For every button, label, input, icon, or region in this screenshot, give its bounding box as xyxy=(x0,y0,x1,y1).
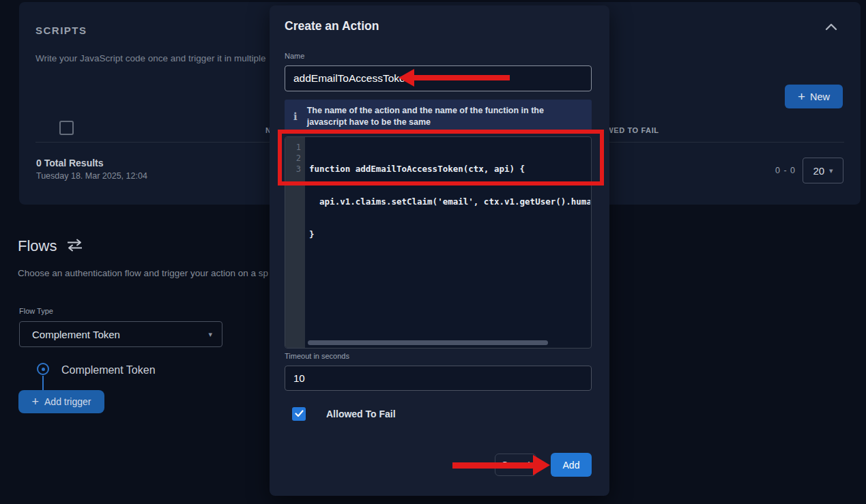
flow-type-value: Complement Token xyxy=(32,329,208,340)
collapse-chevron-up-icon[interactable] xyxy=(825,23,839,33)
pagination-range-label: 0 - 0 xyxy=(775,166,796,175)
flow-type-label: Flow Type xyxy=(19,307,53,315)
code-content[interactable]: function addEmailToAccessToken(ctx, api)… xyxy=(309,142,590,262)
code-editor[interactable]: 1 2 3 function addEmailToAccessToken(ctx… xyxy=(285,136,592,349)
modal-title: Create an Action xyxy=(285,19,379,33)
cancel-button[interactable]: Cancel xyxy=(495,454,536,476)
flows-section-title: Flows xyxy=(18,237,57,255)
flows-description: Choose an authentication flow and trigge… xyxy=(18,268,268,278)
page-size-select[interactable]: 20 ▾ xyxy=(803,158,843,183)
info-banner-text: The name of the action and the name of t… xyxy=(307,105,585,128)
flow-type-select[interactable]: Complement Token ▾ xyxy=(19,321,222,347)
flow-trigger-node-label: Complement Token xyxy=(61,364,156,376)
timeout-field-label: Timeout in seconds xyxy=(285,352,349,360)
name-field-label: Name xyxy=(285,52,304,60)
allowed-to-fail-checkbox[interactable] xyxy=(292,407,306,421)
add-trigger-button[interactable]: + Add trigger xyxy=(18,390,104,413)
info-banner: ℹ The name of the action and the name of… xyxy=(285,100,592,133)
plus-icon: + xyxy=(798,90,805,103)
caret-down-icon: ▾ xyxy=(829,166,833,175)
swap-arrows-icon xyxy=(66,239,83,254)
horizontal-scrollbar[interactable] xyxy=(308,340,548,345)
check-icon xyxy=(295,409,304,419)
create-action-modal: Create an Action Name ℹ The name of the … xyxy=(270,5,609,496)
scripts-section-title: SCRIPTS xyxy=(35,25,87,36)
caret-down-icon: ▾ xyxy=(208,330,212,339)
total-results-label: 0 Total Results xyxy=(36,158,104,168)
code-line: function addEmailToAccessToken(ctx, api)… xyxy=(309,164,590,175)
timeout-input[interactable] xyxy=(285,366,592,391)
plus-icon: + xyxy=(32,395,40,409)
action-name-input[interactable] xyxy=(285,65,592,91)
scripts-description: Write your JavaScript code once and trig… xyxy=(35,53,265,63)
code-line: api.v1.claims.setClaim('email', ctx.v1.g… xyxy=(309,196,590,207)
page-size-value: 20 xyxy=(813,165,824,177)
new-button-label: New xyxy=(810,91,830,102)
info-icon: ℹ xyxy=(293,110,298,123)
results-timestamp: Tuesday 18. Mar 2025, 12:04 xyxy=(36,171,147,181)
add-trigger-label: Add trigger xyxy=(44,396,91,407)
add-button[interactable]: Add xyxy=(551,453,592,477)
code-line: } xyxy=(309,229,590,240)
flow-timeline-node-icon xyxy=(37,363,49,375)
code-line-numbers: 1 2 3 xyxy=(285,142,301,175)
flow-timeline-connector xyxy=(42,376,44,390)
select-all-checkbox[interactable] xyxy=(59,121,74,135)
flows-header: Flows xyxy=(18,237,83,255)
new-action-button[interactable]: + New xyxy=(785,85,843,108)
allowed-to-fail-label: Allowed To Fail xyxy=(326,409,396,419)
